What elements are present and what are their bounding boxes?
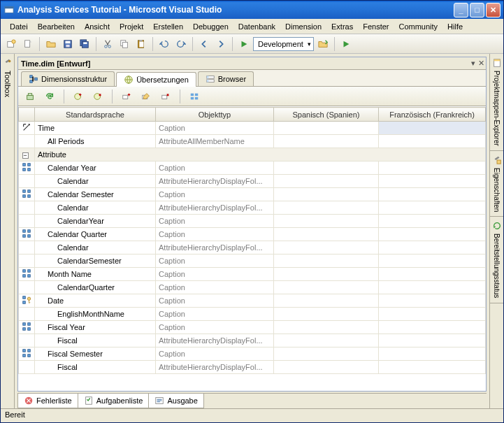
translation-grid[interactable]: Standardsprache Objekttyp Spanisch (Span… [18, 106, 486, 391]
paste-button[interactable] [134, 36, 149, 52]
cell-french[interactable] [379, 281, 486, 294]
menu-datenbank[interactable]: Datenbank [233, 21, 280, 32]
cell-name[interactable]: Calendar Year [35, 162, 156, 175]
config-dropdown[interactable]: Development [253, 37, 314, 51]
col-franzoesisch[interactable]: Französisch (Frankreich) [379, 108, 486, 122]
cell-spanish[interactable] [273, 175, 378, 188]
cell-name[interactable]: Fiscal [35, 361, 156, 374]
cell-name[interactable]: All Periods [35, 135, 156, 148]
cell-french[interactable] [379, 215, 486, 228]
undo-button[interactable] [157, 36, 172, 52]
table-row[interactable]: All PeriodsAttributeAllMemberName [19, 135, 486, 148]
refresh-button[interactable] [42, 89, 57, 104]
show-all-button[interactable] [187, 89, 202, 104]
doc-close-button[interactable]: ✕ [478, 59, 484, 68]
cell-french[interactable] [379, 122, 486, 135]
cell-spanish[interactable] [273, 241, 378, 254]
table-row[interactable]: CalendarSemesterCaption [19, 254, 486, 268]
tab-aufgabenliste[interactable]: Aufgabenliste [78, 394, 150, 408]
menu-hilfe[interactable]: Hilfe [442, 21, 468, 32]
cell-name[interactable]: Calendar [35, 175, 156, 188]
table-row[interactable]: TimeCaption [19, 122, 486, 135]
cell-spanish[interactable] [273, 215, 378, 228]
cell-name[interactable]: Date [35, 294, 156, 308]
cell-name[interactable]: Fiscal Year [35, 321, 156, 334]
new-project-button[interactable] [3, 36, 19, 52]
cell-french[interactable] [379, 135, 486, 148]
cell-name[interactable]: Fiscal [35, 334, 156, 347]
table-row[interactable]: Calendar SemesterCaption [19, 188, 486, 201]
tab-dimensionsstruktur[interactable]: Dimensionsstruktur [21, 71, 115, 86]
cell-french[interactable] [379, 308, 486, 321]
run-button[interactable] [338, 36, 354, 52]
cell-french[interactable] [379, 241, 486, 254]
save-all-button[interactable] [77, 36, 92, 52]
panel-eigenschaften[interactable]: Eigenschaften [490, 151, 503, 217]
cell-name[interactable]: CalendarSemester [35, 254, 156, 268]
table-row[interactable]: Calendar QuarterCaption [19, 228, 486, 241]
table-row[interactable]: Calendar YearCaption [19, 162, 486, 175]
table-row[interactable]: CalendarAttributeHierarchyDisplayFol... [19, 175, 486, 188]
cell-spanish[interactable] [273, 122, 378, 135]
cell-french[interactable] [379, 201, 486, 215]
cell-french[interactable] [379, 321, 486, 334]
cell-french[interactable] [379, 254, 486, 268]
menu-debuggen[interactable]: Debuggen [188, 21, 233, 32]
start-button[interactable] [236, 36, 252, 52]
col-spanisch[interactable]: Spanisch (Spanien) [273, 108, 378, 122]
panel-bereitstellungsstatus[interactable]: Bereitstellungsstatus [490, 217, 503, 303]
cell-spanish[interactable] [273, 347, 378, 361]
new-translation-button[interactable] [71, 89, 86, 104]
menu-ansicht[interactable]: Ansicht [80, 21, 115, 32]
table-row[interactable]: Month NameCaption [19, 268, 486, 281]
menu-community[interactable]: Community [394, 21, 442, 32]
cell-name[interactable]: Fiscal Semester [35, 347, 156, 361]
menu-dimension[interactable]: Dimension [280, 21, 326, 32]
delete-caption-button[interactable] [158, 89, 173, 104]
cell-name[interactable]: Calendar [35, 241, 156, 254]
cell-french[interactable] [379, 334, 486, 347]
table-row[interactable]: FiscalAttributeHierarchyDisplayFol... [19, 361, 486, 374]
cell-name[interactable]: Calendar [35, 201, 156, 215]
tab-ausgabe[interactable]: Ausgabe [148, 394, 203, 408]
table-row[interactable]: DateCaption [19, 294, 486, 308]
menu-extras[interactable]: Extras [326, 21, 358, 32]
cell-spanish[interactable] [273, 308, 378, 321]
table-row[interactable]: CalendarAttributeHierarchyDisplayFol... [19, 201, 486, 215]
cell-spanish[interactable] [273, 361, 378, 374]
nav-forward-button[interactable] [213, 36, 229, 52]
cell-french[interactable] [379, 162, 486, 175]
close-button[interactable]: ✕ [486, 3, 501, 17]
minimize-button[interactable]: _ [454, 3, 468, 17]
cell-spanish[interactable] [273, 294, 378, 308]
cell-spanish[interactable] [273, 268, 378, 281]
cell-french[interactable] [379, 268, 486, 281]
edit-caption-button[interactable] [138, 89, 154, 104]
table-row[interactable]: Fiscal SemesterCaption [19, 347, 486, 361]
cell-spanish[interactable] [273, 334, 378, 347]
cut-button[interactable] [100, 36, 115, 52]
cell-spanish[interactable] [273, 281, 378, 294]
cell-spanish[interactable] [273, 254, 378, 268]
cell-name[interactable]: EnglishMonthName [35, 308, 156, 321]
copy-button[interactable] [117, 36, 132, 52]
col-objekttyp[interactable]: Objekttyp [156, 108, 274, 122]
cell-name[interactable]: Month Name [35, 268, 156, 281]
menu-datei[interactable]: Datei [5, 21, 33, 32]
new-caption-button[interactable] [119, 89, 134, 104]
deploy-button[interactable] [315, 36, 331, 52]
col-icon[interactable] [19, 108, 35, 122]
table-row[interactable]: CalendarQuarterCaption [19, 281, 486, 294]
cell-french[interactable] [379, 347, 486, 361]
cell-spanish[interactable] [273, 188, 378, 201]
table-row[interactable]: CalendarAttributeHierarchyDisplayFol... [19, 241, 486, 254]
process-button[interactable] [22, 89, 38, 104]
cell-spanish[interactable] [273, 228, 378, 241]
nav-back-button[interactable] [196, 36, 212, 52]
cell-name[interactable]: Time [35, 122, 156, 135]
cell-name[interactable]: Calendar Semester [35, 188, 156, 201]
cell-spanish[interactable] [273, 201, 378, 215]
cell-french[interactable] [379, 294, 486, 308]
col-standardsprache[interactable]: Standardsprache [35, 108, 156, 122]
cell-spanish[interactable] [273, 162, 378, 175]
